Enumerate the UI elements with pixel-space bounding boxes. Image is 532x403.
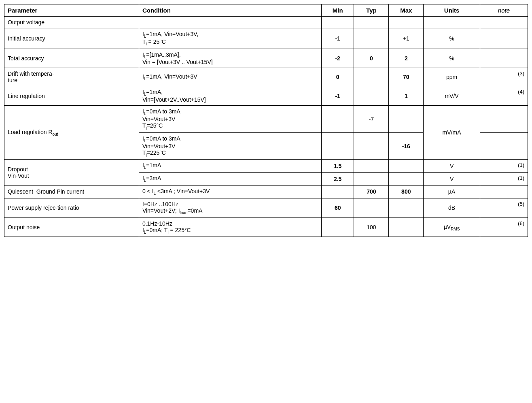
note-dropout-2: (1) — [480, 173, 528, 186]
units-drift-temperature: ppm — [424, 68, 480, 86]
max-dropout-2 — [389, 173, 424, 186]
units-output-noise: µVRMS — [424, 217, 480, 237]
row-output-noise: Output noise 0.1Hz-10HzIL=0mA; Ti = 225°… — [4, 217, 528, 237]
note-quiescent — [480, 185, 528, 198]
min-dropout-1: 1.5 — [321, 160, 354, 173]
section-min-empty — [321, 17, 354, 28]
units-line-regulation: mV/V — [424, 86, 480, 106]
max-drift-temperature: 70 — [389, 68, 424, 86]
param-initial-accuracy: Initial accuracy — [4, 28, 139, 49]
min-quiescent — [321, 185, 354, 198]
max-load-regulation-1 — [389, 106, 424, 133]
row-load-regulation-1: Load regulation Rout IL=0mA to 3mAVin=Vo… — [4, 106, 528, 133]
header-units: Units — [424, 4, 480, 17]
typ-dropout-2 — [354, 173, 389, 186]
row-line-regulation: Line regulation IL=1mA,Vin=[Vout+2V..Vou… — [4, 86, 528, 106]
param-total-accuracy: Total accuracy — [4, 49, 139, 68]
section-units-empty — [424, 17, 480, 28]
note-output-noise: (6) — [480, 217, 528, 237]
note-psrr: (5) — [480, 198, 528, 217]
cond-load-regulation-1: IL=0mA to 3mAVin=Vout+3VTj=25°C — [139, 106, 321, 133]
min-psrr: 60 — [321, 198, 354, 217]
header-typ: Typ — [354, 4, 389, 17]
section-label-output-voltage: Output voltage — [4, 17, 139, 28]
max-line-regulation: 1 — [389, 86, 424, 106]
typ-drift-temperature — [354, 68, 389, 86]
section-condition-empty — [139, 17, 321, 28]
row-psrr: Power supply rejec-tion ratio f=0Hz ..10… — [4, 198, 528, 217]
cond-total-accuracy: IL=[1mA..3mA],Vin = [Vout+3V .. Vout+15V… — [139, 49, 321, 68]
typ-load-regulation-1: -7 — [354, 106, 389, 133]
section-max-empty — [389, 17, 424, 28]
header-parameter: Parameter — [4, 4, 139, 17]
max-initial-accuracy: +1 — [389, 28, 424, 49]
units-dropout-2: V — [424, 173, 480, 186]
min-initial-accuracy: -1 — [321, 28, 354, 49]
typ-quiescent: 700 — [354, 185, 389, 198]
cond-drift-temperature: IL=1mA, Vin=Vout+3V — [139, 68, 321, 86]
max-total-accuracy: 2 — [389, 49, 424, 68]
section-note-empty — [480, 17, 528, 28]
cond-output-noise: 0.1Hz-10HzIL=0mA; Ti = 225°C — [139, 217, 321, 237]
param-drift-temperature: Drift with tempera-ture — [4, 68, 139, 86]
max-output-noise — [389, 217, 424, 237]
cond-dropout-2: IL=3mA — [139, 173, 321, 186]
row-initial-accuracy: Initial accuracy IL=1mA, Vin=Vout+3V,Ti … — [4, 28, 528, 49]
units-dropout-1: V — [424, 160, 480, 173]
max-load-regulation-2: -16 — [389, 132, 424, 160]
section-output-voltage: Output voltage — [4, 17, 528, 28]
units-psrr: dB — [424, 198, 480, 217]
note-load-regulation-1 — [480, 106, 528, 133]
typ-dropout-1 — [354, 160, 389, 173]
cond-quiescent: 0 < IL <3mA ; Vin=Vout+3V — [139, 185, 321, 198]
param-dropout: DropoutVin-Vout — [4, 160, 139, 186]
row-quiescent: Quiescent Ground Pin current 0 < IL <3mA… — [4, 185, 528, 198]
spec-table: Parameter Condition Min Typ Max Units no… — [4, 4, 528, 237]
max-quiescent: 800 — [389, 185, 424, 198]
note-initial-accuracy — [480, 28, 528, 49]
cond-line-regulation: IL=1mA,Vin=[Vout+2V..Vout+15V] — [139, 86, 321, 106]
units-total-accuracy: % — [424, 49, 480, 68]
cond-psrr: f=0Hz ..100HzVin=Vout+2V; Iload=0mA — [139, 198, 321, 217]
typ-output-noise: 100 — [354, 217, 389, 237]
note-total-accuracy — [480, 49, 528, 68]
header-note: note — [480, 4, 528, 17]
note-line-regulation: (4) — [480, 86, 528, 106]
row-dropout-1: DropoutVin-Vout IL=1mA 1.5 V (1) — [4, 160, 528, 173]
typ-line-regulation — [354, 86, 389, 106]
units-quiescent: µA — [424, 185, 480, 198]
param-psrr: Power supply rejec-tion ratio — [4, 198, 139, 217]
min-drift-temperature: 0 — [321, 68, 354, 86]
param-quiescent: Quiescent Ground Pin current — [4, 185, 139, 198]
header-min: Min — [321, 4, 354, 17]
units-load-regulation: mV/mA — [424, 106, 480, 160]
param-load-regulation: Load regulation Rout — [4, 106, 139, 160]
min-load-regulation-2 — [321, 132, 354, 160]
note-drift-temperature: (3) — [480, 68, 528, 86]
units-initial-accuracy: % — [424, 28, 480, 49]
cond-initial-accuracy: IL=1mA, Vin=Vout+3V,Ti = 25°C — [139, 28, 321, 49]
typ-initial-accuracy — [354, 28, 389, 49]
cond-dropout-1: IL=1mA — [139, 160, 321, 173]
max-dropout-1 — [389, 160, 424, 173]
min-dropout-2: 2.5 — [321, 173, 354, 186]
min-line-regulation: -1 — [321, 86, 354, 106]
header-max: Max — [389, 4, 424, 17]
note-dropout-1: (1) — [480, 160, 528, 173]
typ-load-regulation-2 — [354, 132, 389, 160]
max-psrr — [389, 198, 424, 217]
typ-total-accuracy: 0 — [354, 49, 389, 68]
param-output-noise: Output noise — [4, 217, 139, 237]
min-load-regulation-1 — [321, 106, 354, 133]
param-line-regulation: Line regulation — [4, 86, 139, 106]
header-condition: Condition — [139, 4, 321, 17]
min-output-noise — [321, 217, 354, 237]
section-typ-empty — [354, 17, 389, 28]
min-total-accuracy: -2 — [321, 49, 354, 68]
cond-load-regulation-2: IL=0mA to 3mAVin=Vout+3VTj=225°C — [139, 132, 321, 160]
note-load-regulation-2 — [480, 132, 528, 160]
typ-psrr — [354, 198, 389, 217]
row-drift-temperature: Drift with tempera-ture IL=1mA, Vin=Vout… — [4, 68, 528, 86]
row-total-accuracy: Total accuracy IL=[1mA..3mA],Vin = [Vout… — [4, 49, 528, 68]
